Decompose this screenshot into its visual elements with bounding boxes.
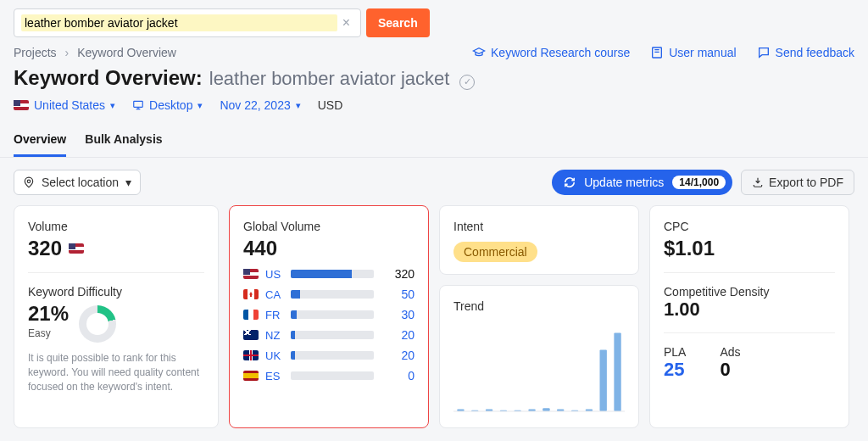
button-label: Export to PDF	[769, 176, 843, 189]
pin-icon	[23, 176, 35, 188]
tab-bulk-analysis[interactable]: Bulk Analysis	[85, 127, 162, 157]
gv-value[interactable]: 20	[381, 328, 415, 342]
gv-value[interactable]: 30	[381, 308, 415, 321]
kd-note: It is quite possible to rank for this ke…	[28, 351, 204, 394]
desktop-icon	[132, 99, 144, 111]
page-title-keyword: leather bomber aviator jacket	[209, 68, 450, 90]
flag-fr-icon	[243, 310, 259, 320]
card-cpc: CPC $1.01 Competitive Density 1.00 PLA 2…	[649, 205, 849, 428]
search-box[interactable]: ×	[14, 8, 361, 37]
gv-country-link[interactable]: NZ	[265, 329, 284, 342]
check-circle-icon: ✓	[459, 75, 475, 90]
update-count-badge: 14/1,000	[672, 176, 726, 189]
refresh-icon	[564, 176, 576, 188]
gv-country-link[interactable]: ES	[265, 370, 284, 382]
cd-label: Competitive Density	[664, 285, 835, 299]
kd-donut-icon	[79, 305, 116, 343]
link-user-manual[interactable]: User manual	[650, 46, 736, 59]
card-intent: Intent Commercial	[439, 205, 639, 275]
gv-bar	[291, 331, 374, 339]
trend-chart	[453, 320, 625, 413]
gv-bar	[291, 310, 374, 319]
gv-country-link[interactable]: FR	[265, 309, 284, 321]
ads-label: Ads	[720, 345, 740, 359]
link-research-course[interactable]: Keyword Research course	[472, 46, 630, 59]
link-send-feedback[interactable]: Send feedback	[757, 46, 854, 59]
filter-label: Desktop	[149, 98, 192, 112]
currency-label: USD	[318, 98, 343, 112]
flag-nz-icon	[243, 330, 259, 340]
search-button[interactable]: Search	[366, 8, 430, 37]
breadcrumb-current: Keyword Overview	[77, 46, 176, 59]
card-global-volume: Global Volume 440 US320CA50FR30NZ20UK20E…	[229, 205, 429, 428]
divider	[664, 332, 835, 333]
chevron-down-icon: ▾	[110, 100, 115, 111]
svg-point-2	[27, 180, 31, 183]
gv-value[interactable]: 0	[381, 369, 415, 382]
update-metrics-button[interactable]: Update metrics 14/1,000	[552, 170, 732, 195]
flag-us-icon	[243, 269, 259, 279]
intent-label: Intent	[453, 220, 625, 233]
cd-value: 1.00	[664, 299, 700, 321]
svg-rect-13	[600, 350, 607, 412]
gv-value[interactable]: 320	[381, 267, 415, 281]
gv-value[interactable]: 50	[381, 287, 415, 301]
cpc-value: $1.01	[664, 237, 715, 260]
chat-icon	[757, 46, 771, 59]
trend-label: Trend	[453, 299, 625, 313]
gv-bar	[291, 270, 374, 278]
flag-ca-icon	[243, 289, 259, 299]
tab-overview[interactable]: Overview	[14, 127, 66, 157]
gv-bar	[291, 290, 374, 299]
gv-country-link[interactable]: UK	[265, 349, 284, 362]
link-label: User manual	[669, 46, 736, 59]
link-label: Keyword Research course	[491, 46, 630, 59]
graduation-cap-icon	[472, 46, 486, 59]
book-icon	[650, 46, 664, 59]
ads-value: 0	[720, 359, 740, 381]
export-pdf-button[interactable]: Export to PDF	[741, 170, 854, 195]
gv-value[interactable]: 20	[381, 349, 415, 362]
flag-us-icon	[14, 100, 29, 110]
volume-label: Volume	[28, 220, 204, 233]
page-title: Keyword Overview:	[14, 66, 203, 90]
breadcrumb-root[interactable]: Projects	[14, 46, 57, 59]
volume-value: 320	[28, 237, 62, 260]
divider	[28, 272, 204, 273]
chevron-down-icon: ▾	[296, 100, 301, 111]
gv-row: CA50	[243, 287, 415, 301]
gv-country-link[interactable]: US	[265, 268, 284, 281]
kd-easy: Easy	[28, 327, 69, 339]
pla-label: PLA	[664, 345, 686, 359]
button-label: Select location	[42, 176, 119, 189]
link-label: Send feedback	[776, 46, 854, 59]
export-icon	[752, 176, 764, 188]
select-location-button[interactable]: Select location ▾	[14, 170, 141, 195]
button-label: Update metrics	[584, 176, 664, 189]
gv-bar	[291, 371, 374, 380]
gv-row: NZ20	[243, 328, 415, 342]
chevron-right-icon: ›	[65, 46, 70, 59]
gv-bar	[291, 351, 374, 360]
flag-uk-icon	[243, 350, 259, 360]
flag-us-icon	[69, 243, 84, 254]
filter-label: United States	[34, 98, 105, 112]
kd-label: Keyword Difficulty	[28, 285, 204, 299]
pla-value[interactable]: 25	[664, 359, 686, 381]
gv-row: ES0	[243, 369, 415, 382]
gv-row: US320	[243, 267, 415, 281]
filter-date[interactable]: Nov 22, 2023 ▾	[220, 98, 300, 112]
clear-icon[interactable]: ×	[337, 15, 355, 31]
card-trend: Trend	[439, 285, 639, 428]
svg-rect-14	[614, 333, 620, 412]
chevron-down-icon: ▾	[125, 176, 131, 189]
search-input[interactable]	[21, 14, 337, 31]
flag-es-icon	[243, 371, 259, 381]
gv-country-link[interactable]: CA	[265, 288, 284, 301]
filter-device[interactable]: Desktop ▾	[132, 98, 203, 112]
breadcrumb: Projects › Keyword Overview	[14, 46, 176, 59]
divider	[664, 272, 835, 273]
gv-row: FR30	[243, 308, 415, 321]
filter-country[interactable]: United States ▾	[14, 98, 115, 112]
intent-value-pill: Commercial	[453, 242, 537, 262]
